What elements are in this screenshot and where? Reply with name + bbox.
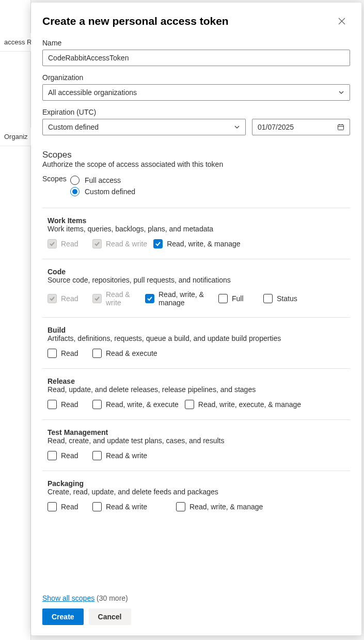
svg-rect-0	[338, 125, 344, 130]
calendar-icon	[337, 123, 344, 131]
scope-desc: Read, create, and update test plans, cas…	[48, 436, 345, 445]
name-input[interactable]	[42, 50, 350, 66]
close-icon	[338, 17, 346, 25]
scope-title: Packaging	[48, 479, 345, 488]
scope-desc: Create, read, update, and delete feeds a…	[48, 488, 345, 496]
expiration-field-group: Expiration (UTC) Custom defined 01/07/20…	[42, 108, 350, 135]
option-label: Read	[61, 451, 78, 460]
option-label: Read & write	[106, 290, 139, 307]
chevron-down-icon	[338, 89, 344, 96]
option-label: Full	[232, 294, 244, 303]
expiration-date-input[interactable]: 01/07/2025	[252, 119, 350, 135]
expiration-label: Expiration (UTC)	[42, 108, 350, 116]
close-button[interactable]	[334, 13, 350, 29]
checkbox-workitems-rw	[92, 239, 102, 248]
page-backdrop: access RI Organiz	[0, 0, 31, 640]
modal-title: Create a new personal access token	[42, 15, 229, 27]
scope-group-packaging: Packaging Create, read, update, and dele…	[42, 471, 350, 522]
scope-group-work-items: Work Items Work items, queries, backlogs…	[42, 208, 350, 259]
radio-full-access-label: Full access	[85, 176, 121, 184]
scope-group-test: Test Management Read, create, and update…	[42, 420, 350, 471]
footer-link-row: Show all scopes (30 more)	[42, 588, 350, 602]
option-label: Read & write	[106, 240, 147, 248]
checkbox-code-rw	[92, 294, 102, 303]
show-all-scopes-link[interactable]: Show all scopes	[42, 594, 94, 602]
scope-desc: Artifacts, definitions, requests, queue …	[48, 334, 345, 342]
expiration-type-select[interactable]: Custom defined	[42, 119, 246, 135]
scope-desc: Source code, repositories, pull requests…	[48, 276, 345, 284]
checkbox-build-re[interactable]	[92, 349, 102, 358]
scope-title: Build	[48, 326, 345, 334]
organization-field-group: Organization All accessible organization…	[42, 73, 350, 101]
show-all-scopes-count: (30 more)	[97, 594, 128, 602]
name-field-group: Name	[42, 39, 350, 66]
checkbox-packaging-read[interactable]	[48, 502, 57, 511]
backdrop-text-2: Organiz	[0, 128, 31, 146]
checkbox-test-read[interactable]	[48, 451, 57, 460]
checkbox-build-read[interactable]	[48, 349, 57, 358]
option-label: Read, write, & manage	[167, 240, 240, 248]
option-label: Read & write	[106, 451, 147, 460]
scope-title: Code	[48, 268, 345, 276]
checkbox-release-rwe[interactable]	[92, 400, 102, 409]
option-label: Read	[61, 240, 78, 248]
chevron-down-icon	[234, 124, 240, 130]
create-token-modal: Create a new personal access token Name …	[31, 3, 361, 635]
backdrop-text-1: access RI	[0, 33, 31, 52]
checkbox-code-read	[48, 294, 57, 303]
checkbox-packaging-rw[interactable]	[92, 502, 102, 511]
option-label: Read & write	[106, 503, 147, 511]
checkbox-code-rwm[interactable]	[145, 294, 154, 303]
scope-list: Work Items Work items, queries, backlogs…	[42, 208, 350, 522]
scope-group-code: Code Source code, repositories, pull req…	[42, 259, 350, 318]
scope-title: Test Management	[48, 428, 345, 436]
scopes-radio-group-label: Scopes	[42, 175, 67, 183]
option-label: Read, write, & execute	[106, 400, 179, 409]
scopes-heading: Scopes	[42, 150, 350, 160]
scope-desc: Work items, queries, backlogs, plans, an…	[48, 225, 345, 233]
radio-custom-defined[interactable]	[70, 187, 80, 196]
modal-header: Create a new personal access token	[42, 13, 350, 29]
option-label: Read	[61, 400, 78, 409]
scope-group-release: Release Read, update, and delete release…	[42, 369, 350, 420]
button-row: Create Cancel	[42, 608, 350, 625]
checkbox-packaging-rwm[interactable]	[176, 502, 185, 511]
organization-select[interactable]: All accessible organizations	[42, 84, 350, 101]
name-label: Name	[42, 39, 350, 47]
checkbox-release-read[interactable]	[48, 400, 57, 409]
checkbox-release-rwem[interactable]	[185, 400, 194, 409]
create-button[interactable]: Create	[42, 608, 84, 625]
organization-select-value: All accessible organizations	[48, 88, 137, 97]
scope-group-build: Build Artifacts, definitions, requests, …	[42, 318, 350, 369]
option-label: Read, write, & manage	[159, 290, 212, 307]
scopes-subheading: Authorize the scope of access associated…	[42, 160, 350, 168]
checkbox-workitems-rwm[interactable]	[153, 239, 163, 248]
checkbox-workitems-read	[48, 239, 57, 248]
option-label: Read	[61, 294, 78, 303]
option-label: Read & execute	[106, 349, 157, 357]
checkbox-test-rw[interactable]	[92, 451, 102, 460]
expiration-date-value: 01/07/2025	[258, 123, 294, 131]
organization-label: Organization	[42, 73, 350, 82]
checkbox-code-full[interactable]	[218, 294, 228, 303]
option-label: Read, write, execute, & manage	[198, 400, 301, 409]
radio-full-access[interactable]	[70, 176, 80, 185]
option-label: Status	[277, 294, 297, 303]
option-label: Read, write, & manage	[189, 503, 263, 511]
scope-title: Work Items	[48, 216, 345, 225]
scope-desc: Read, update, and delete releases, relea…	[48, 385, 345, 394]
checkbox-code-status[interactable]	[263, 294, 273, 303]
scope-title: Release	[48, 377, 345, 385]
option-label: Read	[61, 349, 78, 357]
option-label: Read	[61, 503, 78, 511]
expiration-select-value: Custom defined	[48, 123, 99, 131]
radio-custom-defined-label: Custom defined	[85, 188, 135, 196]
cancel-button[interactable]: Cancel	[89, 608, 131, 625]
